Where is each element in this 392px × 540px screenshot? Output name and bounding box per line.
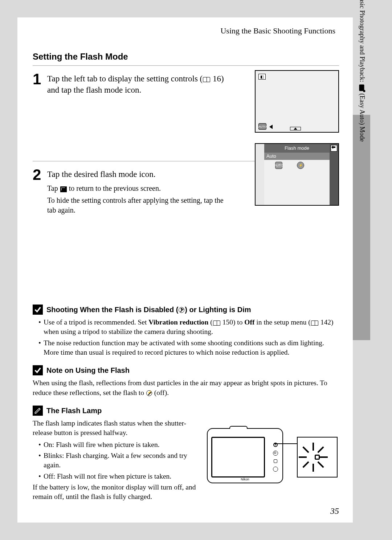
- camera-icon: [359, 85, 364, 91]
- arrow-left-icon: [269, 125, 273, 129]
- back-icon: [331, 145, 337, 152]
- book-icon: [311, 321, 318, 326]
- note-3-intro: The flash lamp indicates flash status wh…: [33, 419, 203, 438]
- camera-brand-label: Nikon: [208, 477, 282, 481]
- step-2-sub2: To hide the setting controls after apply…: [47, 196, 229, 215]
- note-heading-3: The Flash Lamp: [33, 406, 339, 416]
- side-tab-label: Basic Photography and Playback: (Easy Au…: [358, 0, 366, 142]
- screen2-selected: Auto: [264, 153, 330, 160]
- camera-button-icon: [273, 451, 278, 456]
- flash-mode-off-icon: ⚡: [297, 162, 304, 169]
- note-heading-1: Shooting When the Flash is Disabled () o…: [33, 305, 339, 315]
- note-1-title: Shooting When the Flash is Disabled () o…: [46, 306, 251, 314]
- page-number: 35: [330, 506, 339, 516]
- screen-illustration-2: Flash mode Auto AUTO ⚡: [255, 143, 339, 206]
- camera-diagram: Nikon: [207, 426, 338, 488]
- camera-button-icon: [273, 467, 278, 472]
- check-icon: [33, 365, 43, 375]
- flash-mode-auto-icon: AUTO: [275, 162, 282, 169]
- step-2-text: Tap the desired flash mode icon.: [47, 169, 229, 180]
- page-header: Using the Basic Shooting Functions: [33, 26, 339, 36]
- list-item: Use of a tripod is recommended. Set Vibr…: [38, 318, 339, 337]
- note-3-bullets: On: Flash will fire when picture is take…: [33, 440, 203, 481]
- flash-lamp-callout: [297, 437, 338, 477]
- section-rule: [33, 65, 339, 66]
- step-1-text: Tap the left tab to display the setting …: [47, 73, 225, 96]
- screen2-title: Flash mode: [264, 144, 330, 153]
- list-item: On: Flash will fire when picture is take…: [38, 440, 203, 450]
- note-1-bullets: Use of a tripod is recommended. Set Vibr…: [33, 318, 339, 357]
- flash-auto-icon: AUTO: [258, 123, 266, 130]
- side-label-suffix: (Easy Auto) Mode: [359, 92, 366, 142]
- step-number: 2: [33, 167, 47, 182]
- side-label-prefix: Basic Photography and Playback:: [359, 0, 366, 84]
- pencil-icon: [33, 406, 43, 416]
- side-tab-marker: [353, 115, 370, 340]
- note-2-title: Note on Using the Flash: [46, 366, 130, 375]
- screen-illustration-1: ◧ AUTO: [255, 70, 339, 133]
- step-2-sub1: Tap to return to the previous screen.: [47, 184, 229, 193]
- note-2-body: When using the flash, reflections from d…: [33, 378, 339, 398]
- list-item: The noise reduction function may be acti…: [38, 338, 339, 358]
- note-heading-2: Note on Using the Flash: [33, 365, 339, 375]
- section-title: Setting the Flash Mode: [33, 52, 339, 62]
- check-icon: [33, 305, 43, 315]
- book-icon: [203, 77, 210, 82]
- note-3-title: The Flash Lamp: [46, 407, 102, 415]
- camera-mode-icon: ◧: [258, 74, 266, 80]
- note-3-outro: If the battery is low, the monitor displ…: [33, 483, 203, 502]
- return-icon: [60, 186, 67, 192]
- arrow-up-icon: [290, 127, 301, 130]
- list-item: Blinks: Flash charging. Wait a few secon…: [38, 451, 203, 470]
- camera-button-icon: [274, 459, 277, 463]
- flash-off-icon: [179, 307, 184, 313]
- book-icon: [213, 321, 220, 326]
- step-number: 1: [33, 72, 47, 87]
- flash-off-icon: [146, 390, 152, 396]
- list-item: Off: Flash will not fire when picture is…: [38, 472, 203, 481]
